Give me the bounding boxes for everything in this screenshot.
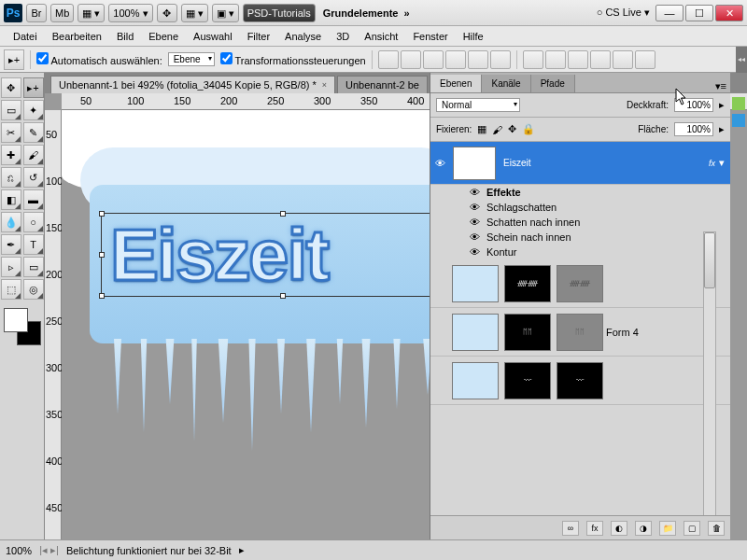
align-right-button[interactable] <box>490 50 511 69</box>
shape-layer-form4[interactable]: ᛖᛖ ᛖᛖ Form 4 <box>430 308 730 357</box>
type-tool[interactable]: T <box>23 234 44 255</box>
brush-tool[interactable]: 🖌 <box>23 145 44 165</box>
menu-filter[interactable]: Filter <box>240 28 277 45</box>
fill-slider-icon[interactable]: ▸ <box>719 123 725 135</box>
menu-fenster[interactable]: Fenster <box>405 28 455 45</box>
align-vcenter-button[interactable] <box>401 50 421 69</box>
align-hcenter-button[interactable] <box>468 50 488 69</box>
tab-kanaele[interactable]: Kanäle <box>482 75 530 92</box>
document-tab-1[interactable]: Unbenannt-1 bei 492% (fotolia_34045 Kopi… <box>50 76 335 93</box>
view-extras-button[interactable]: ▦ ▾ <box>78 4 105 22</box>
marquee-tool[interactable]: ▭ <box>1 100 21 120</box>
status-zoom[interactable]: 100% <box>6 545 32 556</box>
tab-ebenen[interactable]: Ebenen <box>430 75 482 92</box>
layer-mask-button[interactable]: ◐ <box>611 521 627 536</box>
menu-ansicht[interactable]: Ansicht <box>357 28 405 45</box>
menu-auswahl[interactable]: Auswahl <box>186 28 240 45</box>
effect-schein-nach-innen[interactable]: 👁Schein nach innen <box>468 230 730 245</box>
layer-eiszeit[interactable]: 👁 T Eiszeit fx ▾ <box>430 142 730 185</box>
auto-select-checkbox[interactable]: Automatisch auswählen: <box>36 52 162 66</box>
gradient-tool[interactable]: ▬ <box>23 189 44 210</box>
layers-scrollbar[interactable] <box>703 231 716 560</box>
lock-position-icon[interactable]: ✥ <box>508 123 516 135</box>
bridge-button[interactable]: Br <box>26 4 47 22</box>
move-tool[interactable]: ✥ <box>1 77 21 98</box>
effect-schatten-nach-innen[interactable]: 👁Schatten nach innen <box>468 215 730 230</box>
cslive-button[interactable]: ○ CS Live ▾ <box>597 7 650 19</box>
distribute-3-button[interactable] <box>568 50 588 69</box>
hand-tool-button[interactable]: ✥ <box>157 4 177 22</box>
collapsed-panels-bar[interactable] <box>732 93 747 131</box>
tab-pfade[interactable]: Pfade <box>531 75 575 92</box>
layer-name[interactable]: Eiszeit <box>500 158 709 168</box>
minimize-button[interactable]: — <box>655 5 684 21</box>
collapse-options-button[interactable]: ◂◂ <box>736 47 747 73</box>
move-tool-active[interactable]: ▸+ <box>23 77 44 98</box>
layer-thumbnail[interactable]: T <box>453 147 496 180</box>
distribute-6-button[interactable] <box>635 50 655 69</box>
lock-all-icon[interactable]: 🔒 <box>522 123 535 135</box>
close-button[interactable]: ✕ <box>715 5 743 21</box>
layer-style-button[interactable]: fx <box>586 521 603 536</box>
3d-tool[interactable]: ⬚ <box>1 279 21 300</box>
screen-mode-button[interactable]: ▣ ▾ <box>212 4 239 22</box>
eyedropper-tool[interactable]: ✎ <box>23 122 44 143</box>
blur-tool[interactable]: 💧 <box>1 212 21 232</box>
new-group-button[interactable]: 📁 <box>659 521 676 536</box>
stamp-tool[interactable]: ⎌ <box>1 167 21 188</box>
blend-mode-dropdown[interactable]: Normal <box>436 98 520 112</box>
workspace-more-icon[interactable]: » <box>403 7 409 19</box>
lock-transparency-icon[interactable]: ▦ <box>477 123 486 135</box>
swatch-green-icon[interactable] <box>732 97 745 110</box>
vertical-ruler[interactable]: 50100150200250300350400450 <box>45 110 62 539</box>
delete-layer-button[interactable]: 🗑 <box>708 521 725 536</box>
align-left-button[interactable] <box>445 50 466 69</box>
eraser-tool[interactable]: ◧ <box>1 189 21 210</box>
menu-datei[interactable]: Datei <box>6 28 45 45</box>
effect-kontur[interactable]: 👁Kontur <box>468 245 730 259</box>
current-tool-icon[interactable]: ▸+ <box>4 49 24 70</box>
arrange-docs-button[interactable]: ▦ ▾ <box>181 4 208 22</box>
shape-layer-1[interactable]: ᚏᚏ ᚏᚏ <box>430 259 730 308</box>
fill-field[interactable]: 100% <box>674 122 713 136</box>
swatch-blue-icon[interactable] <box>732 114 745 127</box>
adjustment-layer-button[interactable]: ◑ <box>635 521 652 536</box>
zoom-level-dropdown[interactable]: 100% ▾ <box>108 4 152 22</box>
lock-pixels-icon[interactable]: 🖌 <box>492 124 502 135</box>
history-brush-tool[interactable]: ↺ <box>23 167 44 188</box>
minibridge-button[interactable]: Mb <box>50 4 74 22</box>
menu-3d[interactable]: 3D <box>329 28 357 45</box>
document-tab-2[interactable]: Unbenannt-2 be <box>337 76 428 93</box>
layer-fx-badge[interactable]: fx <box>709 159 719 168</box>
psd-tutorials-button[interactable]: PSD-Tutorials <box>243 4 316 22</box>
pen-tool[interactable]: ✒ <box>1 234 21 255</box>
distribute-4-button[interactable] <box>590 50 611 69</box>
layer-list[interactable]: 👁 T Eiszeit fx ▾ 👁Effekte 👁Schlagschatte… <box>430 142 730 515</box>
panel-menu-icon[interactable]: ▾≡ <box>712 80 730 92</box>
opacity-slider-icon[interactable]: ▸ <box>719 99 725 111</box>
visibility-toggle-icon[interactable]: 👁 <box>430 158 449 169</box>
transform-controls-checkbox[interactable]: Transformationssteuerungen <box>220 52 366 66</box>
healing-tool[interactable]: ✚ <box>1 145 21 165</box>
crop-tool[interactable]: ✂ <box>1 122 21 143</box>
menu-ebene[interactable]: Ebene <box>141 28 186 45</box>
maximize-button[interactable]: ☐ <box>685 5 713 21</box>
new-layer-button[interactable]: ▢ <box>684 521 700 536</box>
opacity-field[interactable]: 100% <box>674 98 713 112</box>
shape-tool[interactable]: ▭ <box>23 257 44 277</box>
link-layers-button[interactable]: ∞ <box>562 521 579 536</box>
distribute-1-button[interactable] <box>523 50 543 69</box>
shape-layer-3[interactable]: 〰 〰 <box>430 357 730 405</box>
close-tab-icon[interactable]: × <box>322 80 327 90</box>
3d-camera-tool[interactable]: ◎ <box>23 279 44 300</box>
distribute-5-button[interactable] <box>613 50 633 69</box>
align-top-button[interactable] <box>378 50 399 69</box>
auto-select-target-dropdown[interactable]: Ebene <box>168 52 215 66</box>
fx-expand-icon[interactable]: ▾ <box>719 157 730 169</box>
distribute-2-button[interactable] <box>545 50 566 69</box>
foreground-color-swatch[interactable] <box>4 308 28 332</box>
align-bottom-button[interactable] <box>423 50 444 69</box>
menu-analyse[interactable]: Analyse <box>277 28 329 45</box>
menu-bild[interactable]: Bild <box>109 28 141 45</box>
effect-schlagschatten[interactable]: 👁Schlagschatten <box>468 200 730 215</box>
